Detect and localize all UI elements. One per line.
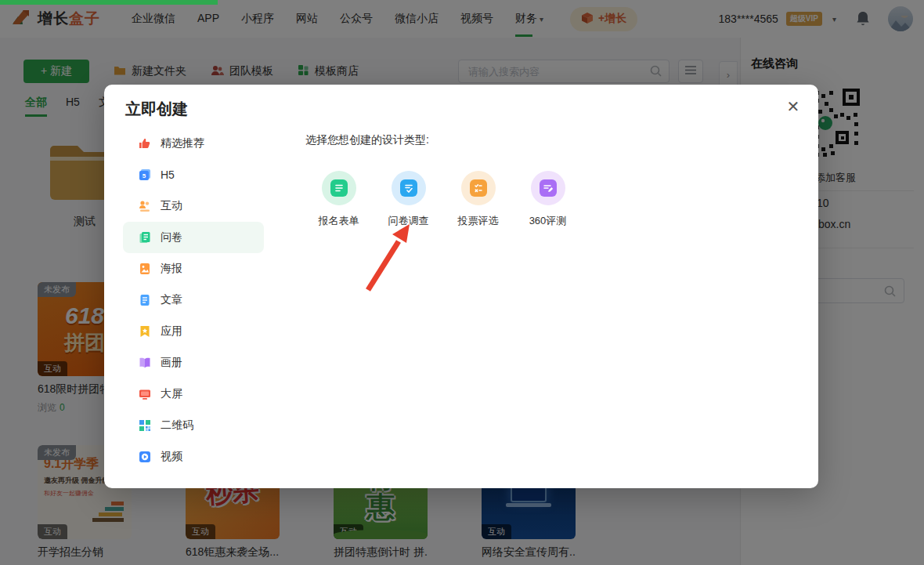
qrcode-icon: [139, 419, 151, 432]
type-card-vote[interactable]: 投票评选: [443, 171, 513, 228]
form-lines-icon: [330, 179, 348, 197]
design-type-list: 报名表单 问卷调查 投票评选 360评测: [304, 171, 583, 228]
article-icon: [139, 294, 151, 306]
design-type-prompt: 选择您想创建的设计类型:: [305, 133, 429, 147]
type-card-survey[interactable]: 问卷调查: [374, 171, 443, 228]
album-icon: [139, 357, 151, 369]
type-card-360-eval[interactable]: 360评测: [513, 171, 583, 228]
type-label: 问卷调查: [388, 214, 429, 228]
create-modal: 立即创建 ✕ 精选推荐 5 H5 互动 问卷 海报 文章 应用: [104, 85, 818, 488]
screen-icon: [139, 388, 151, 400]
category-survey[interactable]: 问卷: [123, 222, 264, 253]
survey-icon: [139, 231, 151, 244]
category-label: 互动: [161, 199, 182, 213]
category-label: 精选推荐: [161, 136, 204, 150]
type-label: 报名表单: [319, 214, 359, 228]
category-qrcode[interactable]: 二维码: [123, 410, 264, 441]
category-h5[interactable]: 5 H5: [123, 159, 264, 190]
category-app[interactable]: 应用: [123, 316, 264, 347]
app-icon: [139, 325, 151, 338]
category-label: 应用: [161, 324, 182, 339]
svg-text:5: 5: [143, 172, 146, 179]
category-album[interactable]: 画册: [123, 347, 264, 378]
close-icon[interactable]: ✕: [784, 97, 803, 116]
thumbs-up-icon: [139, 137, 151, 150]
survey-check-icon: [400, 179, 417, 197]
video-icon: [139, 451, 151, 463]
category-interactive[interactable]: 互动: [123, 190, 264, 222]
category-label: 二维码: [161, 418, 193, 433]
category-label: 大屏: [161, 387, 182, 401]
page-loading-bar: [0, 0, 218, 5]
modal-category-sidebar: 精选推荐 5 H5 互动 问卷 海报 文章 应用 画册: [123, 128, 264, 473]
vote-list-icon: [470, 179, 487, 197]
category-label: 画册: [161, 356, 182, 370]
category-label: 问卷: [161, 230, 182, 244]
type-card-signup-form[interactable]: 报名表单: [304, 171, 374, 228]
category-video[interactable]: 视频: [123, 441, 264, 473]
category-article[interactable]: 文章: [123, 284, 264, 316]
category-label: H5: [161, 168, 175, 181]
category-label: 海报: [161, 262, 182, 276]
category-bigscreen[interactable]: 大屏: [123, 378, 264, 410]
type-label: 360评测: [529, 214, 567, 228]
eval-pencil-icon: [540, 179, 557, 197]
modal-title: 立即创建: [125, 99, 188, 120]
category-poster[interactable]: 海报: [123, 253, 264, 284]
category-featured[interactable]: 精选推荐: [123, 128, 264, 159]
people-icon: [139, 200, 151, 212]
category-label: 文章: [161, 293, 182, 307]
h5-icon: 5: [139, 168, 151, 181]
category-label: 视频: [161, 450, 182, 464]
poster-icon: [139, 263, 151, 275]
type-label: 投票评选: [458, 214, 499, 228]
